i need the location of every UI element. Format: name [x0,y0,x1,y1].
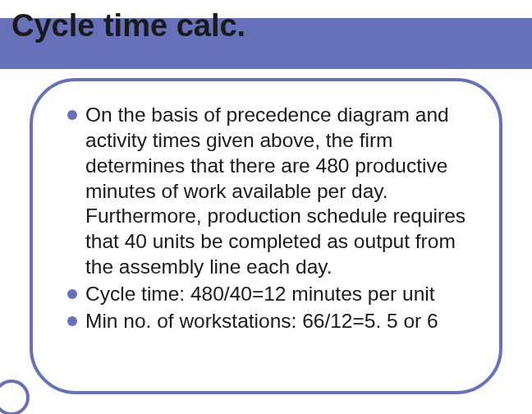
list-item-text: Min no. of workstations: 66/12=5. 5 or 6 [85,310,438,332]
list-item-text: On the basis of precedence diagram and a… [85,104,466,278]
decorative-circle-icon [0,380,30,414]
bullet-list: On the basis of precedence diagram and a… [67,103,468,334]
content-frame: On the basis of precedence diagram and a… [30,78,502,394]
slide-title: Cycle time calc. [11,8,245,44]
list-item: Cycle time: 480/40=12 minutes per unit [67,282,468,307]
list-item: Min no. of workstations: 66/12=5. 5 or 6 [67,309,468,334]
list-item: On the basis of precedence diagram and a… [67,103,468,280]
bullet-icon [67,316,77,326]
bullet-icon [67,289,77,299]
bullet-icon [67,110,77,120]
list-item-text: Cycle time: 480/40=12 minutes per unit [85,283,435,305]
